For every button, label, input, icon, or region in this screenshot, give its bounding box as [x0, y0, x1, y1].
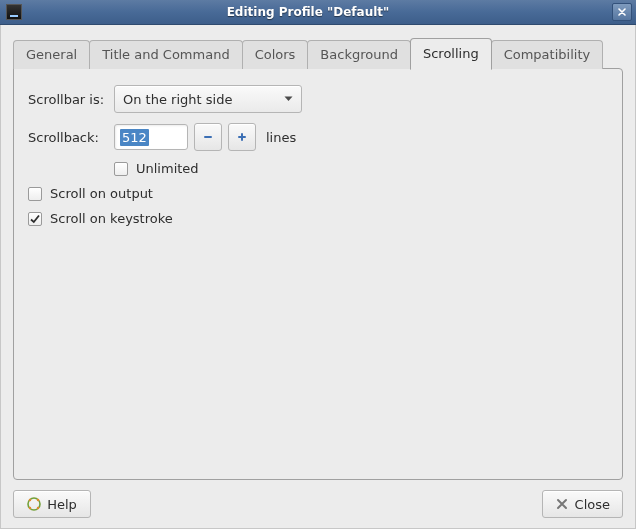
svg-point-7: [37, 507, 39, 509]
profile-editor-window: Editing Profile "Default" General Title …: [0, 0, 636, 529]
svg-rect-0: [204, 136, 212, 138]
tab-page-scrolling: Scrollbar is: On the right side Scrollba…: [13, 68, 623, 480]
help-icon: [27, 497, 41, 511]
minus-icon: [202, 131, 214, 143]
tabs-row: General Title and Command Colors Backgro…: [13, 37, 623, 68]
title-bar: Editing Profile "Default": [0, 0, 636, 25]
tab-scrolling[interactable]: Scrolling: [410, 38, 492, 70]
tab-compatibility[interactable]: Compatibility: [491, 40, 604, 69]
tab-background[interactable]: Background: [307, 40, 411, 69]
svg-point-5: [37, 499, 39, 501]
tab-compatibility-label: Compatibility: [504, 47, 591, 62]
tab-scrolling-label: Scrolling: [423, 46, 479, 61]
scrollback-increment-button[interactable]: [228, 123, 256, 151]
scroll-on-output-checkbox-box: [28, 187, 42, 201]
close-button-label: Close: [575, 497, 610, 512]
scroll-on-keystroke-checkbox-box: [28, 212, 42, 226]
window-title: Editing Profile "Default": [28, 5, 612, 19]
tab-title-and-command[interactable]: Title and Command: [89, 40, 242, 69]
unlimited-checkbox-box: [114, 162, 128, 176]
scrollbar-is-label: Scrollbar is:: [28, 92, 114, 107]
scroll-on-keystroke-check[interactable]: Scroll on keystroke: [28, 211, 608, 226]
tab-title-and-command-label: Title and Command: [102, 47, 229, 62]
svg-rect-2: [241, 133, 243, 141]
chevron-down-icon: [284, 96, 293, 102]
terminal-icon: [6, 4, 22, 20]
scrollback-label: Scrollback:: [28, 130, 114, 145]
tabs-notebook: General Title and Command Colors Backgro…: [13, 37, 623, 480]
scroll-on-output-label: Scroll on output: [50, 186, 153, 201]
window-close-button[interactable]: [612, 3, 632, 21]
scrollbar-position-combo[interactable]: On the right side: [114, 85, 302, 113]
scroll-on-keystroke-label: Scroll on keystroke: [50, 211, 173, 226]
dialog-button-row: Help Close: [13, 490, 623, 518]
scroll-on-output-check[interactable]: Scroll on output: [28, 186, 608, 201]
scrollbar-position-value: On the right side: [123, 92, 232, 107]
help-button[interactable]: Help: [13, 490, 91, 518]
tab-colors[interactable]: Colors: [242, 40, 309, 69]
scrollback-suffix: lines: [266, 130, 296, 145]
scrollback-value: 512: [120, 129, 149, 146]
unlimited-label: Unlimited: [136, 161, 199, 176]
scrollbar-is-row: Scrollbar is: On the right side: [28, 85, 608, 113]
svg-point-4: [29, 499, 31, 501]
svg-point-6: [29, 507, 31, 509]
tab-general[interactable]: General: [13, 40, 90, 69]
plus-icon: [236, 131, 248, 143]
scrollback-spin-group: 512 lines: [114, 123, 296, 151]
client-area: General Title and Command Colors Backgro…: [0, 25, 636, 529]
scrollback-row: Scrollback: 512: [28, 123, 608, 151]
help-button-label: Help: [47, 497, 77, 512]
unlimited-check[interactable]: Unlimited: [114, 161, 608, 176]
tab-background-label: Background: [320, 47, 398, 62]
tab-general-label: General: [26, 47, 77, 62]
close-icon: [555, 497, 569, 511]
scrollback-decrement-button[interactable]: [194, 123, 222, 151]
scrollback-input[interactable]: 512: [114, 124, 188, 150]
tab-colors-label: Colors: [255, 47, 296, 62]
close-icon: [618, 8, 626, 16]
close-button[interactable]: Close: [542, 490, 623, 518]
